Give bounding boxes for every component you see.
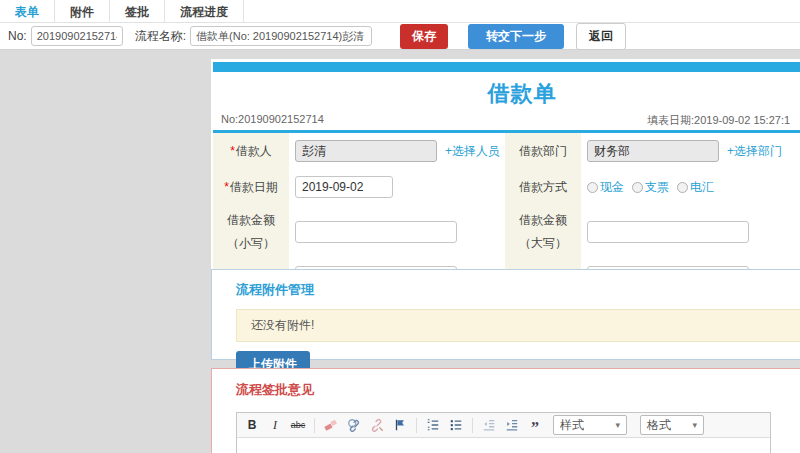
bulleted-list-icon[interactable]: [447, 416, 465, 434]
tab-form[interactable]: 表单: [0, 0, 55, 22]
italic-icon[interactable]: I: [266, 416, 284, 434]
loan-form-panel: 借款单 No:20190902152714 填表日期:2019-09-02 15…: [211, 59, 800, 300]
styles-dropdown[interactable]: 样式 ▾: [553, 415, 627, 435]
link-icon[interactable]: [345, 416, 363, 434]
editor-toolbar: B I abc: [237, 413, 770, 438]
no-input[interactable]: [31, 26, 123, 46]
indent-icon[interactable]: [503, 416, 521, 434]
process-name-input[interactable]: [190, 26, 372, 46]
forward-next-step-button[interactable]: 转交下一步: [468, 24, 564, 49]
numbered-list-icon[interactable]: [424, 416, 442, 434]
radio-cheque[interactable]: 支票: [632, 179, 669, 196]
chevron-down-icon: ▾: [692, 420, 697, 430]
required-mark: *: [230, 144, 235, 158]
tab-progress[interactable]: 流程进度: [165, 0, 244, 22]
save-button[interactable]: 保存: [400, 24, 448, 49]
attachment-panel: 流程附件管理 还没有附件! 上传附件: [211, 269, 800, 360]
amount-lowercase-label: 借款金额（小写）: [213, 205, 289, 259]
unlink-icon[interactable]: [368, 416, 386, 434]
outdent-icon[interactable]: [480, 416, 498, 434]
blockquote-icon[interactable]: ”: [526, 416, 544, 434]
chevron-down-icon: ▾: [615, 420, 620, 430]
sheet-title: 借款单: [213, 72, 800, 113]
department-label: 借款部门: [505, 133, 581, 169]
radio-circle-icon: [677, 182, 688, 193]
borrow-method-options: 现金 支票 电汇: [587, 179, 714, 196]
no-label: No:: [8, 29, 27, 43]
sheet-header-bar: [213, 62, 800, 72]
select-department-link[interactable]: +选择部门: [727, 143, 782, 160]
tab-approval[interactable]: 签批: [110, 0, 165, 22]
toolbar-separator: [314, 418, 315, 433]
remove-format-icon[interactable]: [322, 416, 340, 434]
department-input[interactable]: [587, 140, 719, 162]
rich-text-editor: B I abc: [236, 412, 771, 453]
borrow-date-input[interactable]: [295, 176, 393, 198]
approval-section-title: 流程签批意见: [236, 381, 800, 399]
toolbar-separator: [416, 418, 417, 433]
tab-attachment[interactable]: 附件: [55, 0, 110, 22]
format-dropdown[interactable]: 格式 ▾: [640, 415, 704, 435]
radio-cash[interactable]: 现金: [587, 179, 624, 196]
toolbar-separator: [472, 418, 473, 433]
sheet-no: No:20190902152714: [221, 113, 324, 125]
page-background: 借款单 No:20190902152714 填表日期:2019-09-02 15…: [0, 51, 800, 453]
radio-circle-icon: [632, 182, 643, 193]
amount-uppercase-label: 借款金额（大写）: [505, 205, 581, 259]
strikethrough-icon[interactable]: abc: [289, 416, 307, 434]
no-attachment-message: 还没有附件!: [236, 309, 800, 342]
radio-wire-transfer[interactable]: 电汇: [677, 179, 714, 196]
borrow-method-label: 借款方式: [505, 169, 581, 205]
amount-uppercase-input[interactable]: [587, 221, 749, 243]
select-person-link[interactable]: +选择人员: [445, 143, 500, 160]
bold-icon[interactable]: B: [243, 416, 261, 434]
radio-circle-icon: [587, 182, 598, 193]
borrower-label: *借款人: [213, 133, 289, 169]
attachment-section-title: 流程附件管理: [236, 281, 800, 299]
back-button[interactable]: 返回: [576, 23, 626, 50]
required-mark: *: [224, 180, 229, 194]
process-name-label: 流程名称:: [135, 28, 186, 45]
borrower-input[interactable]: [295, 140, 437, 162]
amount-lowercase-input[interactable]: [295, 221, 457, 243]
top-toolbar: No: 流程名称: 保存 转交下一步 返回: [0, 23, 800, 50]
anchor-flag-icon[interactable]: [391, 416, 409, 434]
approval-panel: 流程签批意见 B I abc: [211, 368, 800, 453]
editor-content-area[interactable]: [237, 438, 770, 453]
sheet-fill-date: 填表日期:2019-09-02 15:27:1: [647, 113, 790, 128]
borrow-date-label: *借款日期: [213, 169, 289, 205]
sheet-meta: No:20190902152714 填表日期:2019-09-02 15:27:…: [213, 113, 800, 130]
tab-bar: 表单 附件 签批 流程进度: [0, 0, 800, 23]
